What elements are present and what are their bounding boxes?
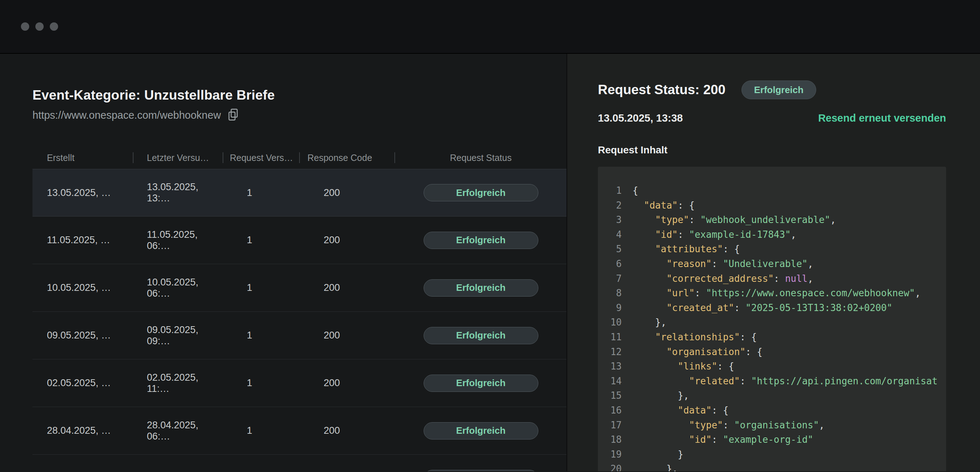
line-number: 2	[598, 198, 622, 213]
event-list-panel: Event-Kategorie: Unzustellbare Briefe ht…	[0, 54, 566, 471]
status-badge: Erfolgreich	[423, 279, 538, 297]
line-number: 20	[598, 461, 622, 471]
line-number: 3	[598, 213, 622, 227]
table-row[interactable]: 02.05.2025, …02.05.2025, 11:…1200Erfolgr…	[32, 359, 566, 407]
line-number: 6	[598, 257, 622, 271]
table-row[interactable]: Erfolgreich	[32, 455, 566, 471]
line-number: 1	[598, 183, 622, 198]
cell-letzter-versuch: 11.05.2025, 06:…	[134, 216, 223, 264]
cell-request-status: Erfolgreich	[395, 264, 566, 311]
code-line: 8 "url": "https://www.onespace.com/webho…	[598, 286, 946, 300]
line-number: 17	[598, 418, 622, 433]
code-line: 19 }	[598, 447, 946, 462]
table-row[interactable]: 10.05.2025, …10.05.2025, 06:…1200Erfolgr…	[32, 264, 566, 312]
cell-letzter-versuch: 09.05.2025, 09:…	[134, 312, 223, 359]
cell-request-status: Erfolgreich	[395, 312, 566, 359]
status-badge: Erfolgreich	[423, 232, 538, 249]
window-titlebar	[0, 0, 980, 54]
code-line: 1{	[598, 183, 946, 198]
line-number: 7	[598, 271, 622, 286]
code-line: 17 "type": "organisations",	[598, 418, 946, 433]
cell-response-code: 200	[300, 216, 395, 264]
cell-request-versuche: 1	[223, 264, 300, 311]
column-header-erstellt[interactable]: Erstellt	[32, 146, 134, 169]
cell-erstellt	[32, 455, 134, 471]
request-content-label: Request Inhalt	[598, 145, 946, 156]
table-row[interactable]: 28.04.2025, …28.04.2025, 06:…1200Erfolgr…	[32, 407, 566, 455]
code-line: 12 "organisation": {	[598, 345, 946, 359]
column-header-response-code[interactable]: Response Code	[300, 146, 395, 169]
cell-request-versuche: 1	[223, 312, 300, 359]
cell-erstellt: 02.05.2025, …	[32, 359, 134, 407]
code-line: 9 "created_at": "2025-05-13T13:38:02+020…	[598, 300, 946, 315]
status-row: Request Status: 200 Erfolgreich	[598, 81, 946, 99]
cell-request-status: Erfolgreich	[395, 407, 566, 455]
table-body: 13.05.2025, …13.05.2025, 13:…1200Erfolgr…	[32, 169, 566, 471]
line-number: 16	[598, 403, 622, 418]
status-badge: Erfolgreich	[423, 422, 538, 440]
table-row[interactable]: 13.05.2025, …13.05.2025, 13:…1200Erfolgr…	[32, 169, 566, 216]
page-title: Event-Kategorie: Unzustellbare Briefe	[32, 88, 566, 103]
cell-letzter-versuch: 28.04.2025, 06:…	[134, 407, 223, 455]
cell-letzter-versuch: 10.05.2025, 06:…	[134, 264, 223, 311]
cell-erstellt: 13.05.2025, …	[32, 169, 134, 216]
line-number: 12	[598, 345, 622, 359]
cell-response-code: 200	[300, 312, 395, 359]
table-row[interactable]: 11.05.2025, …11.05.2025, 06:…1200Erfolgr…	[32, 216, 566, 264]
code-line: 2 "data": {	[598, 198, 946, 213]
cell-response-code: 200	[300, 264, 395, 311]
line-number: 18	[598, 432, 622, 447]
column-header-letzter-versuch[interactable]: Letzter Versu…	[134, 146, 223, 169]
line-number: 11	[598, 330, 622, 345]
cell-erstellt: 09.05.2025, …	[32, 312, 134, 359]
column-header-request-status[interactable]: Request Status	[395, 146, 566, 169]
code-line: 10 },	[598, 315, 946, 330]
code-line: 16 "data": {	[598, 403, 946, 418]
resend-link[interactable]: Resend erneut versenden	[818, 112, 946, 124]
cell-request-versuche: 1	[223, 407, 300, 455]
code-line: 13 "links": {	[598, 359, 946, 374]
cell-erstellt: 11.05.2025, …	[32, 216, 134, 264]
status-badge: Erfolgreich	[741, 81, 816, 99]
cell-request-status: Erfolgreich	[395, 216, 566, 264]
line-number: 9	[598, 300, 622, 315]
code-line: 4 "id": "example-id-17843",	[598, 227, 946, 242]
code-line: 6 "reason": "Undeliverable",	[598, 257, 946, 271]
code-line: 11 "relationships": {	[598, 330, 946, 345]
cell-request-versuche: 1	[223, 216, 300, 264]
status-badge: Erfolgreich	[423, 184, 538, 201]
cell-request-status: Erfolgreich	[395, 455, 566, 471]
requests-table: Erstellt Letzter Versu… Request Vers… Re…	[32, 146, 566, 471]
cell-erstellt: 28.04.2025, …	[32, 407, 134, 455]
column-header-request-versuche[interactable]: Request Vers…	[223, 146, 300, 169]
line-number: 10	[598, 315, 622, 330]
main-content: Event-Kategorie: Unzustellbare Briefe ht…	[0, 54, 980, 471]
cell-response-code: 200	[300, 359, 395, 407]
meta-row: 13.05.2025, 13:38 Resend erneut versende…	[598, 112, 946, 124]
window-control-dot-icon[interactable]	[50, 22, 58, 31]
line-number: 5	[598, 242, 622, 257]
code-line: 5 "attributes": {	[598, 242, 946, 257]
code-line: 15 },	[598, 388, 946, 403]
webhook-url-row: https://www.onespace.com/webhooknew	[32, 107, 566, 123]
cell-letzter-versuch	[134, 455, 223, 471]
request-detail-panel: Request Status: 200 Erfolgreich 13.05.20…	[567, 54, 980, 471]
window-control-dot-icon[interactable]	[35, 22, 44, 31]
code-line: 18 "id": "example-org-id"	[598, 432, 946, 447]
cell-request-status: Erfolgreich	[395, 169, 566, 216]
line-number: 13	[598, 359, 622, 374]
request-status-title: Request Status: 200	[598, 82, 725, 97]
cell-response-code: 200	[300, 169, 395, 216]
copy-icon	[228, 108, 239, 123]
table-header: Erstellt Letzter Versu… Request Vers… Re…	[32, 146, 566, 169]
line-number: 19	[598, 447, 622, 462]
table-row[interactable]: 09.05.2025, …09.05.2025, 09:…1200Erfolgr…	[32, 312, 566, 359]
cell-erstellt: 10.05.2025, …	[32, 264, 134, 311]
code-line: 20 },	[598, 461, 946, 471]
cell-response-code: 200	[300, 407, 395, 455]
window-control-dot-icon[interactable]	[21, 22, 29, 31]
status-badge: Erfolgreich	[423, 375, 538, 392]
copy-url-button[interactable]	[227, 107, 240, 123]
status-badge: Erfolgreich	[423, 470, 538, 472]
cell-letzter-versuch: 02.05.2025, 11:…	[134, 359, 223, 407]
